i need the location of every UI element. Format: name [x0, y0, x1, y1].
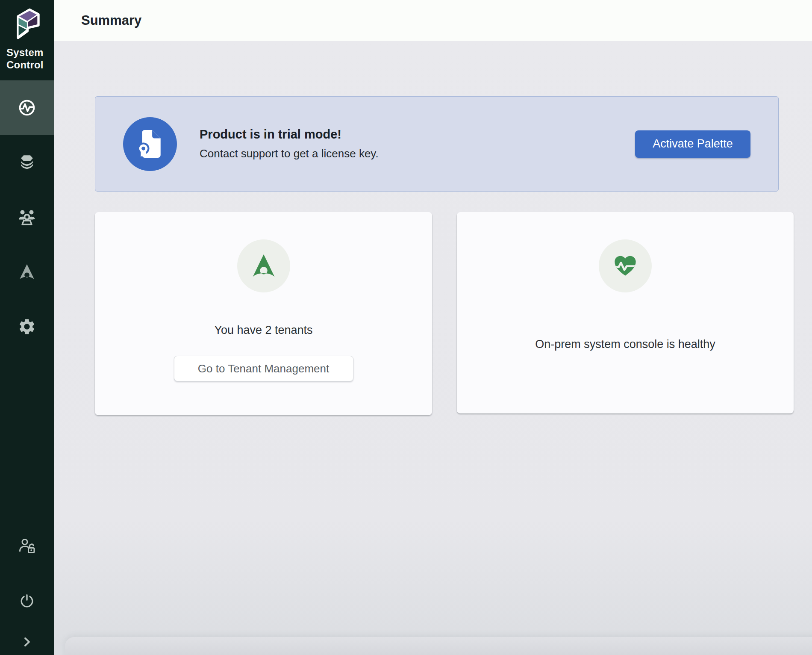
main-content: Product is in trial mode! Contact suppor…	[54, 41, 812, 655]
stacks-icon	[17, 153, 37, 172]
app-title-line1: System	[6, 46, 54, 59]
trial-banner-subtitle: Contact support to get a license key.	[200, 147, 379, 160]
tenants-count-text: You have 2 tenants	[214, 324, 312, 337]
topbar: Summary	[54, 0, 812, 41]
palette-a-icon	[17, 262, 37, 282]
health-icon-circle	[599, 239, 652, 292]
app-root: System Control	[0, 0, 812, 655]
sidebar-item-palette[interactable]	[0, 245, 54, 299]
sidebar-nav	[0, 80, 54, 354]
sidebar-expand-button[interactable]	[0, 628, 54, 655]
app-title-line2: Control	[6, 59, 54, 71]
trial-banner: Product is in trial mode! Contact suppor…	[95, 96, 779, 192]
palette-p-logo-icon	[11, 6, 43, 44]
sidebar-item-summary[interactable]	[0, 80, 54, 135]
bottom-sheet-edge	[65, 637, 812, 655]
activate-palette-button[interactable]: Activate Palette	[635, 130, 750, 158]
tenant-icon-circle	[237, 239, 290, 292]
expand-chevron-icon	[18, 633, 35, 650]
sidebar-footer	[0, 519, 54, 655]
settings-gear-icon	[17, 317, 37, 336]
sidebar-item-stacks[interactable]	[0, 135, 54, 190]
app-title: System Control	[0, 46, 54, 71]
health-status-text: On-prem system console is healthy	[535, 338, 715, 351]
activity-monitor-icon	[17, 97, 37, 118]
heart-pulse-icon	[612, 252, 639, 280]
page-title: Summary	[81, 13, 141, 28]
user-lock-icon	[17, 536, 37, 557]
sidebar: System Control	[0, 0, 54, 655]
trial-banner-title: Product is in trial mode!	[200, 127, 379, 142]
license-icon	[138, 130, 162, 159]
go-to-tenant-management-button[interactable]: Go to Tenant Management	[174, 356, 353, 381]
license-badge	[123, 117, 177, 171]
tenants-icon	[17, 207, 37, 227]
trial-banner-text: Product is in trial mode! Contact suppor…	[200, 127, 379, 160]
sidebar-item-tenants[interactable]	[0, 190, 54, 245]
palette-p-logo	[0, 6, 54, 44]
sidebar-item-settings[interactable]	[0, 299, 54, 354]
tenants-card: You have 2 tenants Go to Tenant Manageme…	[95, 212, 432, 415]
tenant-arch-icon	[248, 251, 279, 281]
sidebar-item-power[interactable]	[0, 574, 54, 628]
health-card: On-prem system console is healthy	[457, 212, 794, 413]
power-icon	[17, 591, 37, 611]
sidebar-item-user-access[interactable]	[0, 519, 54, 574]
